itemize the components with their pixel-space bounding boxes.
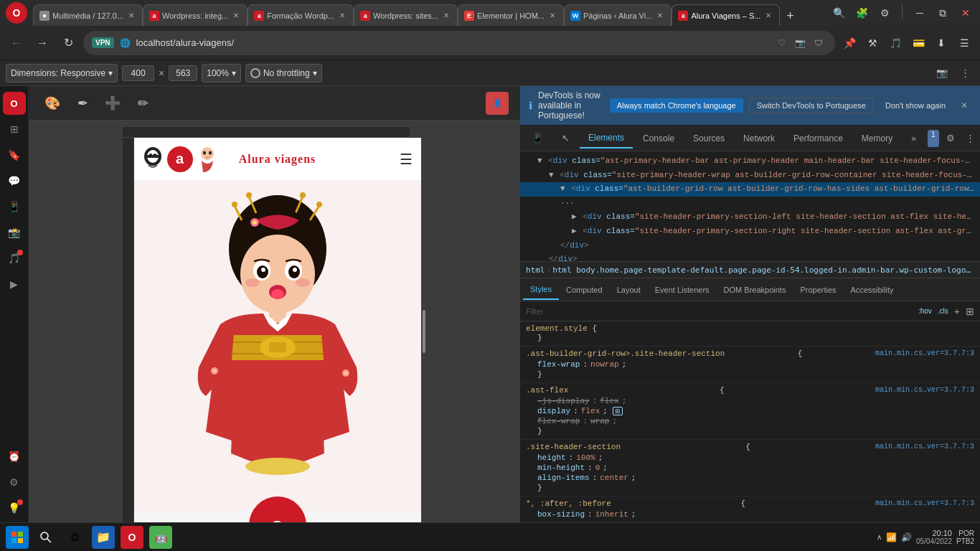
settings-btn[interactable]: ⚙: [876, 4, 893, 22]
source-link[interactable]: main.min.cs…ver=3.7.7:3: [875, 443, 974, 453]
dom-line[interactable]: ▶ <div class="site-header-primary-sectio…: [520, 225, 980, 239]
sidebar-item-whatsapp[interactable]: 📱: [3, 195, 26, 218]
taskbar-opera[interactable]: O: [121, 526, 143, 549]
pinned-tab-btn[interactable]: 📌: [839, 33, 859, 53]
styles-tab-styles[interactable]: Styles: [523, 280, 559, 300]
menu-btn[interactable]: ☰: [954, 33, 974, 53]
dom-line[interactable]: ▶ <div class="site-header-primary-sectio…: [520, 210, 980, 225]
address-input[interactable]: [136, 37, 768, 48]
tab-elements[interactable]: Elements: [580, 128, 633, 149]
sidebar-item-opera[interactable]: O: [3, 92, 26, 115]
dom-line[interactable]: </div>: [520, 253, 980, 261]
show-hidden-icons-btn[interactable]: ∧: [877, 533, 882, 541]
resize-handle-right[interactable]: [421, 138, 427, 525]
height-input[interactable]: [169, 65, 197, 81]
tab-wp-integ[interactable]: a Wordpress: integ... ✕: [143, 4, 248, 26]
devtools-toggle[interactable]: ⚒: [862, 33, 882, 53]
tab-sources[interactable]: Sources: [684, 128, 733, 149]
download-btn[interactable]: ⬇: [931, 33, 951, 53]
opera-logo[interactable]: O: [6, 2, 27, 24]
nav-toggle[interactable]: ☰: [400, 151, 413, 168]
expand-icon[interactable]: ▶: [572, 227, 577, 235]
search-taskbar-btn[interactable]: [34, 526, 57, 549]
match-language-btn[interactable]: Always match Chrome's language: [610, 98, 743, 113]
styles-tab-dom-breakpoints[interactable]: DOM Breakpoints: [717, 280, 793, 300]
tab-close-btn[interactable]: ✕: [337, 11, 347, 21]
tab-close-btn[interactable]: ✕: [126, 11, 136, 21]
search-btn[interactable]: 🔍: [830, 4, 847, 22]
width-input[interactable]: [122, 65, 154, 81]
pen-tool-btn[interactable]: ✒: [70, 91, 95, 116]
more-options-btn[interactable]: ⋮: [956, 64, 974, 83]
tab-pages[interactable]: W Páginas ‹ Alura Vi... ✕: [564, 4, 672, 26]
more-options-btn[interactable]: ⋮: [962, 130, 979, 147]
add-style-rule-btn[interactable]: +: [954, 306, 960, 317]
dom-line[interactable]: ▼ <div class="site-primary-header-wrap a…: [520, 169, 980, 183]
toggle-layout-view-btn[interactable]: ⊞: [966, 306, 974, 317]
source-link[interactable]: main.min.cs…ver=3.7.7:3: [875, 349, 974, 359]
sidebar-item-history[interactable]: ⏰: [3, 445, 26, 468]
sidebar-item-music[interactable]: 🎵: [3, 247, 26, 270]
star-btn[interactable]: ♡: [773, 35, 789, 51]
dom-line-selected[interactable]: ▼ <div class="ast-builder-grid-row ast-b…: [520, 182, 980, 197]
dimensions-selector[interactable]: Dimensions: Responsive ▾: [6, 64, 118, 83]
tab-memory[interactable]: Memory: [853, 128, 901, 149]
throttle-selector[interactable]: No throttling ▾: [245, 64, 322, 83]
capture-screenshot-btn[interactable]: 📷: [933, 64, 951, 83]
expand-icon[interactable]: ▼: [560, 184, 565, 193]
tab-alura-viagens[interactable]: a Alura Viagens – S... ✕: [672, 4, 780, 26]
tab-network[interactable]: Network: [735, 128, 783, 149]
styles-tab-event-listeners[interactable]: Event Listeners: [648, 280, 717, 300]
switch-to-portuguese-btn[interactable]: Switch DevTools to Portuguese: [749, 98, 874, 113]
sidebar-item-messenger[interactable]: 💬: [3, 169, 26, 192]
restore-btn[interactable]: ⧉: [934, 4, 951, 22]
source-link[interactable]: main.min.cs…ver=3.7.7:3: [875, 499, 974, 509]
zoom-selector[interactable]: 100% ▾: [202, 64, 241, 83]
wallet-btn[interactable]: 💳: [908, 33, 928, 53]
tab-multimedia[interactable]: ● Multimédia / 127.0... ✕: [33, 4, 143, 26]
snapshot-btn[interactable]: 📷: [792, 35, 808, 51]
tab-elementor[interactable]: E Elementor | HOM... ✕: [458, 4, 564, 26]
extensions-btn[interactable]: 🧩: [853, 4, 870, 22]
color-picker-btn[interactable]: 🎨: [40, 91, 65, 116]
expand-icon[interactable]: ▼: [549, 171, 554, 179]
dom-tree[interactable]: ▼ <div class="ast-primary-header-bar ast…: [520, 151, 980, 261]
tab-close-btn[interactable]: ✕: [231, 11, 241, 21]
expand-icon[interactable]: ▶: [572, 212, 577, 221]
minimize-btn[interactable]: ─: [911, 4, 928, 22]
sidebar-item-instagram[interactable]: 📸: [3, 221, 26, 244]
expand-icon[interactable]: ▼: [537, 156, 542, 165]
vpn-badge[interactable]: VPN: [92, 37, 114, 48]
taskbar-android[interactable]: 🤖: [149, 526, 172, 549]
styles-tab-computed[interactable]: Computed: [559, 280, 610, 300]
sidebar-item-tips[interactable]: 💡: [3, 496, 26, 519]
close-info-btn[interactable]: ✕: [957, 98, 971, 113]
tab-wp-sites[interactable]: a Wordpress: sites... ✕: [354, 4, 458, 26]
forward-btn[interactable]: →: [32, 32, 53, 54]
shield-btn[interactable]: 🛡: [811, 35, 826, 51]
tab-close-btn[interactable]: ✕: [763, 11, 773, 21]
sidebar-item-bookmarks[interactable]: 🔖: [3, 143, 26, 166]
edit-btn[interactable]: ✏: [131, 91, 155, 116]
dt-cursor-btn[interactable]: ↖: [553, 128, 578, 149]
music-btn[interactable]: 🎵: [885, 33, 905, 53]
bc-html[interactable]: html: [526, 265, 545, 275]
tab-close-btn[interactable]: ✕: [441, 11, 451, 21]
flex-layout-badge[interactable]: ⊞: [613, 407, 623, 415]
styles-tab-accessibility[interactable]: Accessibility: [844, 280, 901, 300]
bc-body[interactable]: html body.home.page-template-default.pag…: [552, 265, 974, 275]
task-view-btn[interactable]: ⧉: [63, 526, 86, 549]
start-btn[interactable]: [6, 526, 29, 549]
tab-close-btn[interactable]: ✕: [547, 11, 557, 21]
source-link[interactable]: main.min.cs…ver=3.7.7:3: [875, 386, 974, 396]
reload-btn[interactable]: ↻: [57, 32, 79, 54]
dont-show-again-btn[interactable]: Don't show again: [880, 98, 951, 113]
dom-line[interactable]: </div>: [520, 239, 980, 253]
settings-btn[interactable]: ⚙: [942, 130, 959, 147]
sidebar-item-player[interactable]: ▶: [3, 273, 26, 296]
tab-performance[interactable]: Performance: [785, 128, 852, 149]
styles-tab-layout[interactable]: Layout: [610, 280, 648, 300]
dom-line[interactable]: ▼ <div class="ast-primary-header-bar ast…: [520, 154, 980, 169]
filter-cls-btn[interactable]: .cls: [938, 307, 948, 315]
styles-filter-input[interactable]: [526, 307, 913, 316]
